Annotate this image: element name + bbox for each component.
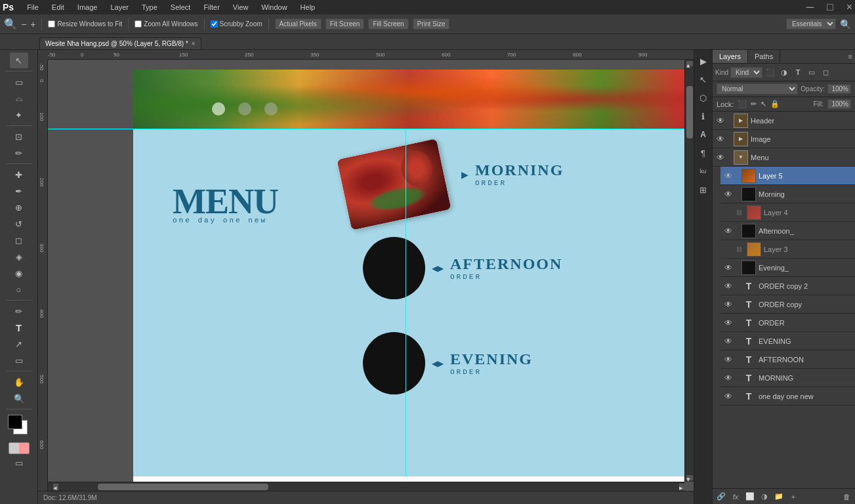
color-swatches[interactable] [8,415,30,437]
maximize-btn[interactable]: □ [827,1,833,13]
layer-visibility-btn[interactable]: 👁 [715,152,726,163]
lock-pixel-icon[interactable]: ⬛ [738,100,747,108]
layer-item[interactable]: 👁 Morning [720,185,855,203]
layer-visibility-btn[interactable]: 👁 [723,207,734,218]
filter-pixel-icon[interactable]: ⬛ [764,66,776,78]
new-layer-btn[interactable]: + [787,491,799,503]
layer-item[interactable]: 👁 ▼ Menu [713,148,855,167]
panel-wand-icon[interactable]: ⬡ [696,91,711,105]
resize-windows-input[interactable] [48,20,55,28]
blur-tool[interactable]: ◉ [10,265,28,281]
minimize-btn[interactable]: ─ [806,1,814,13]
tab-close-btn[interactable]: × [192,40,196,47]
resize-windows-checkbox[interactable]: Resize Windows to Fit [48,20,122,28]
horizontal-scrollbar[interactable]: ◂ ▸ [48,482,684,491]
menu-file[interactable]: File [24,2,41,12]
layer-visibility-btn[interactable]: 👁 [723,226,734,236]
layer-visibility-btn[interactable]: 👁 [723,318,734,328]
brush-tool[interactable]: ✒ [10,183,28,199]
dodge-tool[interactable]: ○ [10,282,28,297]
layer-visibility-btn[interactable]: 👁 [723,391,734,402]
lock-move-icon[interactable]: ↖ [761,100,766,108]
path-selection-tool[interactable]: ↗ [10,336,28,352]
fit-screen-btn[interactable]: Fit Screen [325,18,365,30]
blend-mode-select[interactable]: Normal [717,83,798,94]
layer-visibility-btn[interactable]: 👁 [723,373,734,383]
eraser-tool[interactable]: ◻ [10,232,28,248]
link-layers-btn[interactable]: 🔗 [715,491,727,503]
zoom-all-input[interactable] [135,20,142,28]
zoom-all-checkbox[interactable]: Zoom All Windows [135,20,198,28]
layer-visibility-btn[interactable]: 👁 [723,244,734,255]
actual-pixels-btn[interactable]: Actual Pixels [275,18,322,30]
scrubby-zoom-checkbox[interactable]: Scrubby Zoom [211,20,262,28]
scroll-left-btn[interactable]: ◂ [53,484,58,490]
panel-info-icon[interactable]: ℹ [696,109,711,123]
add-group-btn[interactable]: 📁 [773,491,785,503]
layer-item[interactable]: 👁 Layer 5 [720,167,855,185]
panel-menu-btn[interactable]: ≡ [846,50,855,63]
zoom-in-icon[interactable]: + [30,19,35,30]
screen-mode-btn[interactable]: ▭ [10,455,28,471]
gradient-tool[interactable]: ◈ [10,249,28,264]
move-tool[interactable]: ↖ [10,52,28,68]
history-brush-tool[interactable]: ↺ [10,216,28,232]
workspace-select[interactable]: Essentials [786,18,836,30]
clone-tool[interactable]: ⊕ [10,200,28,215]
lock-gradient-icon[interactable]: ✏ [751,100,757,108]
panel-move-icon[interactable]: ↖ [696,72,711,87]
opacity-input[interactable] [827,84,851,94]
layer-item[interactable]: 👁 Evening_ [720,259,855,277]
marquee-tool[interactable]: ▭ [10,74,28,90]
filter-smart-icon[interactable]: ◻ [820,66,831,78]
foreground-color[interactable] [8,415,22,429]
magic-wand-tool[interactable]: ✦ [10,107,28,123]
layer-item[interactable]: 👁 ⛓ Layer 4 [720,203,855,222]
print-size-btn[interactable]: Print Size [413,18,450,30]
close-btn[interactable]: × [846,1,852,13]
layer-fx-btn[interactable]: fx [730,491,741,503]
type-tool[interactable]: T [10,320,28,335]
fill-screen-btn[interactable]: Fill Screen [368,18,408,30]
workspace-search-icon[interactable]: 🔍 [840,19,851,30]
layer-item[interactable]: 👁 Afternoon_ [720,222,855,240]
scroll-down-btn[interactable]: ▾ [686,475,693,480]
layer-visibility-btn[interactable]: 👁 [723,299,734,310]
menu-view[interactable]: View [230,2,251,12]
vertical-scrollbar[interactable]: ▴ ▾ [684,60,694,482]
healing-tool[interactable]: ✚ [10,167,28,182]
zoom-out-icon[interactable]: − [21,19,26,30]
layer-visibility-btn[interactable]: 👁 [723,171,734,181]
scrollbar-thumb-h[interactable] [98,484,268,490]
lasso-tool[interactable]: ⌓ [10,91,28,106]
panel-paragraph-icon[interactable]: ¶ [696,146,711,160]
menu-filter[interactable]: Filter [201,2,222,12]
layer-item[interactable]: 👁 ⛓ Layer 3 [720,240,855,259]
crop-tool[interactable]: ⊡ [10,129,28,144]
layer-item[interactable]: 👁 ▶ Image [713,130,855,148]
filter-adjust-icon[interactable]: ◑ [778,66,790,78]
scrollbar-thumb-v[interactable] [686,86,693,138]
shape-tool[interactable]: ▭ [10,352,28,368]
filter-shape-icon[interactable]: ▭ [806,66,818,78]
layer-visibility-btn[interactable]: 👁 [723,336,734,346]
kind-select[interactable]: Kind [730,67,762,78]
layer-item[interactable]: 👁 ▶ Header [713,112,855,130]
scroll-up-btn[interactable]: ▴ [686,61,693,66]
layer-visibility-btn[interactable]: 👁 [723,189,734,200]
layer-item[interactable]: 👁 T ORDER copy 2 [720,277,855,295]
scroll-right-btn[interactable]: ▸ [679,484,684,490]
panel-grid-icon[interactable]: ⊞ [696,182,711,197]
menu-window[interactable]: Window [259,2,289,12]
pen-tool[interactable]: ✏ [10,303,28,319]
menu-image[interactable]: Image [75,2,100,12]
zoom-tool[interactable]: 🔍 [10,390,28,406]
layer-item[interactable]: 👁 T ORDER [720,314,855,332]
menu-select[interactable]: Select [168,2,194,12]
layer-visibility-btn[interactable]: 👁 [715,134,726,144]
panel-arrow-icon[interactable]: ▶ [696,54,711,68]
panel-ku-icon[interactable]: ku [696,164,711,178]
zoom-tool-icon[interactable]: 🔍 [4,18,17,30]
delete-layer-btn[interactable]: 🗑 [841,491,852,503]
lock-all-icon[interactable]: 🔒 [770,100,780,108]
